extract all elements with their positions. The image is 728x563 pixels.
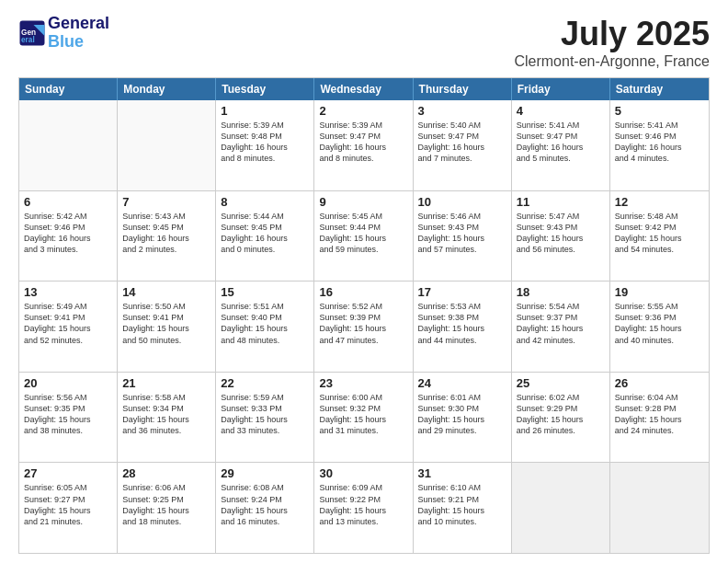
calendar-cell: 24Sunrise: 6:01 AMSunset: 9:30 PMDayligh… bbox=[414, 373, 512, 463]
calendar-row: 27Sunrise: 6:05 AMSunset: 9:27 PMDayligh… bbox=[19, 462, 709, 553]
day-info: Sunrise: 6:02 AMSunset: 9:29 PMDaylight:… bbox=[517, 392, 605, 437]
svg-text:eral: eral bbox=[21, 36, 35, 44]
day-info: Sunrise: 5:40 AMSunset: 9:47 PMDaylight:… bbox=[418, 120, 506, 165]
day-number: 24 bbox=[418, 376, 506, 390]
day-info: Sunrise: 5:43 AMSunset: 9:45 PMDaylight:… bbox=[122, 211, 210, 256]
logo-blue: Blue bbox=[48, 32, 84, 51]
day-info: Sunrise: 5:59 AMSunset: 9:33 PMDaylight:… bbox=[221, 392, 309, 437]
day-info: Sunrise: 5:58 AMSunset: 9:34 PMDaylight:… bbox=[122, 392, 210, 437]
header-day-tuesday: Tuesday bbox=[216, 78, 314, 100]
day-info: Sunrise: 5:56 AMSunset: 9:35 PMDaylight:… bbox=[24, 392, 112, 437]
calendar-row: 1Sunrise: 5:39 AMSunset: 9:48 PMDaylight… bbox=[19, 100, 709, 190]
header-day-wednesday: Wednesday bbox=[314, 78, 413, 100]
header-day-saturday: Saturday bbox=[610, 78, 709, 100]
calendar-cell: 15Sunrise: 5:51 AMSunset: 9:40 PMDayligh… bbox=[216, 282, 314, 372]
day-number: 25 bbox=[517, 376, 605, 390]
day-info: Sunrise: 5:53 AMSunset: 9:38 PMDaylight:… bbox=[418, 301, 506, 346]
day-number: 29 bbox=[221, 466, 309, 480]
day-number: 21 bbox=[122, 376, 210, 390]
day-number: 26 bbox=[615, 376, 704, 390]
header-day-friday: Friday bbox=[512, 78, 610, 100]
logo-icon: Gen eral bbox=[18, 19, 46, 47]
day-number: 17 bbox=[418, 285, 506, 299]
day-info: Sunrise: 5:41 AMSunset: 9:47 PMDaylight:… bbox=[517, 120, 605, 165]
day-number: 6 bbox=[24, 195, 112, 209]
day-number: 30 bbox=[319, 466, 407, 480]
day-info: Sunrise: 6:06 AMSunset: 9:25 PMDaylight:… bbox=[122, 482, 210, 527]
day-info: Sunrise: 5:47 AMSunset: 9:43 PMDaylight:… bbox=[517, 211, 605, 256]
day-info: Sunrise: 5:39 AMSunset: 9:48 PMDaylight:… bbox=[221, 120, 309, 165]
day-info: Sunrise: 6:10 AMSunset: 9:21 PMDaylight:… bbox=[418, 482, 506, 527]
day-info: Sunrise: 5:49 AMSunset: 9:41 PMDaylight:… bbox=[24, 301, 112, 346]
day-number: 7 bbox=[122, 195, 210, 209]
day-info: Sunrise: 6:08 AMSunset: 9:24 PMDaylight:… bbox=[221, 482, 309, 527]
calendar-cell: 10Sunrise: 5:46 AMSunset: 9:43 PMDayligh… bbox=[414, 191, 512, 282]
calendar-cell: 13Sunrise: 5:49 AMSunset: 9:41 PMDayligh… bbox=[19, 282, 118, 372]
calendar-cell: 8Sunrise: 5:44 AMSunset: 9:45 PMDaylight… bbox=[216, 191, 314, 282]
calendar-cell bbox=[19, 100, 118, 190]
calendar-cell: 2Sunrise: 5:39 AMSunset: 9:47 PMDaylight… bbox=[314, 100, 413, 190]
calendar: SundayMondayTuesdayWednesdayThursdayFrid… bbox=[18, 77, 710, 554]
day-number: 4 bbox=[517, 104, 605, 118]
header: Gen eral GeneralBlue July 2025 Clermont-… bbox=[18, 15, 710, 70]
day-info: Sunrise: 5:48 AMSunset: 9:42 PMDaylight:… bbox=[615, 211, 704, 256]
page: Gen eral GeneralBlue July 2025 Clermont-… bbox=[0, 0, 728, 563]
calendar-cell: 25Sunrise: 6:02 AMSunset: 9:29 PMDayligh… bbox=[512, 373, 610, 463]
day-info: Sunrise: 6:05 AMSunset: 9:27 PMDaylight:… bbox=[24, 482, 112, 527]
day-number: 11 bbox=[517, 195, 605, 209]
calendar-row: 20Sunrise: 5:56 AMSunset: 9:35 PMDayligh… bbox=[19, 372, 709, 463]
calendar-cell: 4Sunrise: 5:41 AMSunset: 9:47 PMDaylight… bbox=[512, 100, 610, 190]
calendar-body: 1Sunrise: 5:39 AMSunset: 9:48 PMDaylight… bbox=[19, 100, 709, 553]
day-number: 13 bbox=[24, 285, 112, 299]
day-number: 22 bbox=[221, 376, 309, 390]
calendar-cell: 19Sunrise: 5:55 AMSunset: 9:36 PMDayligh… bbox=[610, 282, 709, 372]
calendar-cell: 16Sunrise: 5:52 AMSunset: 9:39 PMDayligh… bbox=[314, 282, 413, 372]
day-number: 23 bbox=[319, 376, 407, 390]
calendar-cell: 28Sunrise: 6:06 AMSunset: 9:25 PMDayligh… bbox=[118, 463, 216, 553]
main-title: July 2025 bbox=[514, 15, 710, 53]
calendar-cell: 23Sunrise: 6:00 AMSunset: 9:32 PMDayligh… bbox=[314, 373, 413, 463]
calendar-cell: 14Sunrise: 5:50 AMSunset: 9:41 PMDayligh… bbox=[118, 282, 216, 372]
calendar-cell: 26Sunrise: 6:04 AMSunset: 9:28 PMDayligh… bbox=[610, 373, 709, 463]
calendar-cell: 31Sunrise: 6:10 AMSunset: 9:21 PMDayligh… bbox=[414, 463, 512, 553]
header-day-monday: Monday bbox=[118, 78, 216, 100]
day-info: Sunrise: 6:09 AMSunset: 9:22 PMDaylight:… bbox=[319, 482, 407, 527]
day-number: 20 bbox=[24, 376, 112, 390]
calendar-cell: 5Sunrise: 5:41 AMSunset: 9:46 PMDaylight… bbox=[610, 100, 709, 190]
day-number: 28 bbox=[122, 466, 210, 480]
calendar-cell: 7Sunrise: 5:43 AMSunset: 9:45 PMDaylight… bbox=[118, 191, 216, 282]
calendar-cell: 20Sunrise: 5:56 AMSunset: 9:35 PMDayligh… bbox=[19, 373, 118, 463]
day-number: 15 bbox=[221, 285, 309, 299]
calendar-header: SundayMondayTuesdayWednesdayThursdayFrid… bbox=[19, 78, 709, 100]
calendar-cell: 9Sunrise: 5:45 AMSunset: 9:44 PMDaylight… bbox=[314, 191, 413, 282]
calendar-cell: 18Sunrise: 5:54 AMSunset: 9:37 PMDayligh… bbox=[512, 282, 610, 372]
calendar-cell: 29Sunrise: 6:08 AMSunset: 9:24 PMDayligh… bbox=[216, 463, 314, 553]
day-info: Sunrise: 5:46 AMSunset: 9:43 PMDaylight:… bbox=[418, 211, 506, 256]
day-info: Sunrise: 5:41 AMSunset: 9:46 PMDaylight:… bbox=[615, 120, 704, 165]
day-number: 1 bbox=[221, 104, 309, 118]
calendar-cell: 27Sunrise: 6:05 AMSunset: 9:27 PMDayligh… bbox=[19, 463, 118, 553]
day-number: 31 bbox=[418, 466, 506, 480]
day-number: 5 bbox=[615, 104, 704, 118]
calendar-cell: 1Sunrise: 5:39 AMSunset: 9:48 PMDaylight… bbox=[216, 100, 314, 190]
day-number: 3 bbox=[418, 104, 506, 118]
subtitle: Clermont-en-Argonne, France bbox=[514, 53, 710, 70]
day-number: 8 bbox=[221, 195, 309, 209]
calendar-cell: 17Sunrise: 5:53 AMSunset: 9:38 PMDayligh… bbox=[414, 282, 512, 372]
day-number: 12 bbox=[615, 195, 704, 209]
day-number: 10 bbox=[418, 195, 506, 209]
calendar-cell: 12Sunrise: 5:48 AMSunset: 9:42 PMDayligh… bbox=[610, 191, 709, 282]
calendar-cell bbox=[118, 100, 216, 190]
calendar-cell: 22Sunrise: 5:59 AMSunset: 9:33 PMDayligh… bbox=[216, 373, 314, 463]
calendar-cell bbox=[610, 463, 709, 553]
day-info: Sunrise: 5:45 AMSunset: 9:44 PMDaylight:… bbox=[319, 211, 407, 256]
day-info: Sunrise: 5:42 AMSunset: 9:46 PMDaylight:… bbox=[24, 211, 112, 256]
day-info: Sunrise: 5:52 AMSunset: 9:39 PMDaylight:… bbox=[319, 301, 407, 346]
day-info: Sunrise: 6:01 AMSunset: 9:30 PMDaylight:… bbox=[418, 392, 506, 437]
day-number: 27 bbox=[24, 466, 112, 480]
day-number: 9 bbox=[319, 195, 407, 209]
day-info: Sunrise: 5:50 AMSunset: 9:41 PMDaylight:… bbox=[122, 301, 210, 346]
day-info: Sunrise: 5:55 AMSunset: 9:36 PMDaylight:… bbox=[615, 301, 704, 346]
header-day-thursday: Thursday bbox=[414, 78, 512, 100]
logo: Gen eral GeneralBlue bbox=[18, 15, 109, 52]
